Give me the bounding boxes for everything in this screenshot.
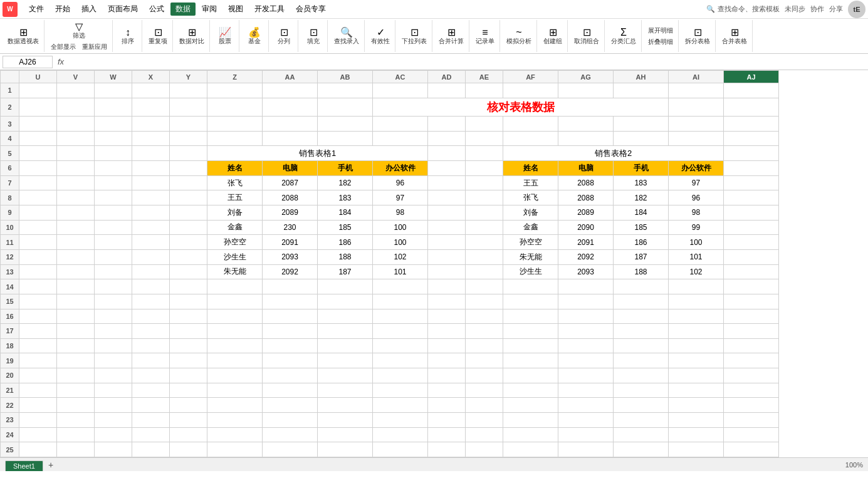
table1-row6-col0[interactable]: 朱无能 bbox=[207, 264, 263, 279]
dup-btn[interactable]: ⊡ 重复项 bbox=[146, 26, 170, 46]
table1-title[interactable]: 销售表格1 bbox=[207, 146, 428, 161]
row-num-17[interactable]: 17 bbox=[1, 324, 19, 339]
row-num-25[interactable]: 25 bbox=[1, 442, 19, 457]
row-num-10[interactable]: 10 bbox=[1, 220, 19, 235]
col-header-V[interactable]: V bbox=[57, 71, 95, 83]
subtotal-btn[interactable]: Σ 分类汇总 bbox=[609, 26, 639, 46]
table1-row5-col0[interactable]: 沙生生 bbox=[207, 249, 263, 264]
table2-row6-col2[interactable]: 188 bbox=[614, 264, 669, 279]
col-header-AE[interactable]: AE bbox=[466, 71, 503, 83]
table1-row1-col0[interactable]: 王五 bbox=[207, 190, 263, 205]
table2-row3-col0[interactable]: 金鑫 bbox=[503, 220, 558, 235]
menu-review[interactable]: 审阅 bbox=[197, 3, 222, 16]
table2-row6-col3[interactable]: 102 bbox=[669, 264, 724, 279]
table1-row4-col0[interactable]: 孙空空 bbox=[207, 235, 263, 250]
table2-header-0[interactable]: 姓名 bbox=[503, 161, 558, 176]
row-num-16[interactable]: 16 bbox=[1, 309, 19, 324]
table1-row2-col1[interactable]: 2089 bbox=[263, 205, 318, 221]
table1-row4-col3[interactable]: 100 bbox=[373, 235, 428, 250]
menu-start[interactable]: 开始 bbox=[50, 3, 75, 16]
col-header-AB[interactable]: AB bbox=[318, 71, 373, 83]
col-header-AF[interactable]: AF bbox=[503, 71, 558, 83]
menu-formula[interactable]: 公式 bbox=[144, 3, 169, 16]
row-num-3[interactable]: 3 bbox=[1, 117, 19, 132]
table2-row3-col2[interactable]: 185 bbox=[614, 220, 669, 235]
table2-row5-col2[interactable]: 187 bbox=[614, 249, 669, 264]
table2-row1-col0[interactable]: 张飞 bbox=[503, 190, 558, 205]
table2-row0-col0[interactable]: 王五 bbox=[503, 175, 558, 190]
table1-row1-col2[interactable]: 183 bbox=[318, 190, 373, 205]
show-all-btn[interactable]: 全部显示 bbox=[48, 42, 78, 52]
table2-row5-col0[interactable]: 朱无能 bbox=[503, 249, 558, 264]
row-num-15[interactable]: 15 bbox=[1, 294, 19, 309]
table1-row3-col2[interactable]: 185 bbox=[318, 220, 373, 235]
ungroup-btn[interactable]: ⊡ 取消组合 bbox=[572, 26, 602, 46]
col-header-X[interactable]: X bbox=[132, 71, 170, 83]
row-num-13[interactable]: 13 bbox=[1, 264, 19, 279]
share-btn[interactable]: 分享 bbox=[829, 4, 843, 14]
table2-row5-col3[interactable]: 101 bbox=[669, 249, 724, 264]
row-num-1[interactable]: 1 bbox=[1, 83, 19, 98]
sort-btn[interactable]: ↕ 排序 bbox=[117, 26, 139, 46]
col-header-Y[interactable]: Y bbox=[170, 71, 207, 83]
row-num-7[interactable]: 7 bbox=[1, 175, 19, 190]
table1-row3-col1[interactable]: 230 bbox=[263, 220, 318, 235]
menu-file[interactable]: 文件 bbox=[24, 3, 49, 16]
dropdown-btn[interactable]: ⊡ 下拉列表 bbox=[399, 26, 429, 46]
table2-row2-col3[interactable]: 98 bbox=[669, 205, 724, 221]
row-num-11[interactable]: 11 bbox=[1, 235, 19, 250]
table1-row0-col0[interactable]: 张飞 bbox=[207, 175, 263, 190]
menu-view[interactable]: 视图 bbox=[223, 3, 248, 16]
table2-row4-col3[interactable]: 100 bbox=[669, 235, 724, 250]
table1-header-1[interactable]: 电脑 bbox=[263, 161, 318, 176]
row-num-23[interactable]: 23 bbox=[1, 413, 19, 428]
row-num-12[interactable]: 12 bbox=[1, 249, 19, 264]
row-num-24[interactable]: 24 bbox=[1, 427, 19, 442]
table2-row0-col1[interactable]: 2088 bbox=[558, 175, 614, 190]
table2-row2-col0[interactable]: 刘备 bbox=[503, 205, 558, 221]
menu-insert[interactable]: 插入 bbox=[76, 3, 102, 16]
menu-dev-tools[interactable]: 开发工具 bbox=[249, 3, 290, 16]
table1-row2-col2[interactable]: 184 bbox=[318, 205, 373, 221]
table1-row5-col3[interactable]: 102 bbox=[373, 249, 428, 264]
table2-row6-col0[interactable]: 沙生生 bbox=[503, 264, 558, 279]
simulate-btn[interactable]: ~ 模拟分析 bbox=[504, 26, 534, 46]
avatar[interactable]: tE bbox=[848, 1, 865, 18]
sheet-tab-1[interactable]: Sheet1 bbox=[5, 460, 43, 471]
row-num-14[interactable]: 14 bbox=[1, 279, 19, 294]
table1-row5-col2[interactable]: 188 bbox=[318, 249, 373, 264]
table1-row6-col1[interactable]: 2092 bbox=[263, 264, 318, 279]
table2-row1-col1[interactable]: 2088 bbox=[558, 190, 614, 205]
validity-btn[interactable]: ✓ 有效性 bbox=[369, 26, 392, 46]
table2-row5-col1[interactable]: 2092 bbox=[558, 249, 614, 264]
table2-row3-col1[interactable]: 2090 bbox=[558, 220, 614, 235]
table2-row0-col2[interactable]: 183 bbox=[614, 175, 669, 190]
sync-status[interactable]: 未同步 bbox=[785, 4, 805, 14]
title-cell[interactable]: 核对表格数据 bbox=[373, 98, 669, 117]
row-num-2[interactable]: 2 bbox=[1, 98, 19, 117]
row-num-21[interactable]: 21 bbox=[1, 383, 19, 398]
col-header-AD[interactable]: AD bbox=[428, 71, 466, 83]
filter-btn[interactable]: ▽ 筛选 bbox=[68, 21, 90, 41]
row-num-22[interactable]: 22 bbox=[1, 398, 19, 413]
formula-input[interactable] bbox=[69, 56, 865, 68]
col-header-Z[interactable]: Z bbox=[207, 71, 263, 83]
expand-btn[interactable]: 展开明细 bbox=[646, 26, 676, 36]
col-header-AG[interactable]: AG bbox=[558, 71, 614, 83]
col-header-AC[interactable]: AC bbox=[373, 71, 428, 83]
table2-row2-col2[interactable]: 184 bbox=[614, 205, 669, 221]
table1-row0-col2[interactable]: 182 bbox=[318, 175, 373, 190]
table1-row3-col0[interactable]: 金鑫 bbox=[207, 220, 263, 235]
table1-row4-col1[interactable]: 2091 bbox=[263, 235, 318, 250]
table1-row1-col1[interactable]: 2088 bbox=[263, 190, 318, 205]
menu-vip[interactable]: 会员专享 bbox=[291, 3, 331, 16]
table1-row6-col2[interactable]: 187 bbox=[318, 264, 373, 279]
col-header-U[interactable]: U bbox=[19, 71, 57, 83]
spreadsheet[interactable]: U V W X Y Z AA AB AC AD AE AF AG AH bbox=[0, 70, 868, 457]
fx-button[interactable]: fx bbox=[55, 57, 66, 66]
reapply-btn[interactable]: 重新应用 bbox=[80, 42, 110, 52]
find-entry-btn[interactable]: 🔍 查找录入 bbox=[332, 26, 362, 46]
cell-reference[interactable] bbox=[3, 56, 53, 68]
table2-title[interactable]: 销售表格2 bbox=[503, 146, 724, 161]
table1-row1-col3[interactable]: 97 bbox=[373, 190, 428, 205]
